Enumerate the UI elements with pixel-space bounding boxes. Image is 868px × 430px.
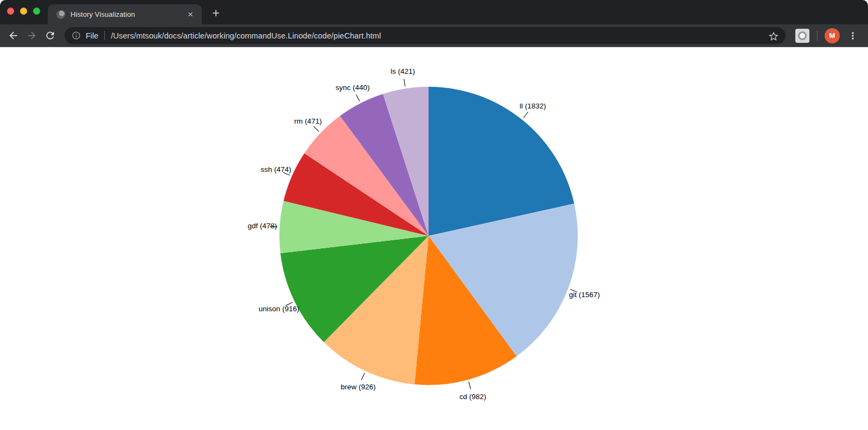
pie-slice-label-rm: rm (471) <box>294 117 322 125</box>
pie-slice-label-cd: cd (982) <box>459 393 487 401</box>
tab-close-icon[interactable]: × <box>186 10 195 20</box>
tab-title: History Visualization <box>71 10 186 18</box>
url-text[interactable]: /Users/mtsouk/docs/article/working/comma… <box>111 31 766 40</box>
back-button[interactable] <box>4 27 22 45</box>
browser-toolbar: File /Users/mtsouk/docs/article/working/… <box>0 24 868 47</box>
kebab-menu-icon <box>847 30 858 41</box>
pie-slice-label-brew: brew (926) <box>341 383 376 391</box>
reload-icon <box>44 30 56 41</box>
browser-menu-button[interactable] <box>845 28 860 43</box>
pie-chart: ll (1832)git (1567)cd (982)brew (926)uni… <box>0 47 868 430</box>
pie-label-tick <box>356 94 359 101</box>
pie-slice-label-git: git (1567) <box>569 291 600 299</box>
pie-label-tick <box>314 126 319 132</box>
url-separator <box>104 31 105 40</box>
pie-label-tick <box>524 112 528 118</box>
forward-arrow-icon <box>26 30 37 41</box>
pie-slice-label-ls: ls (421) <box>391 67 415 75</box>
new-tab-button[interactable]: + <box>208 6 224 21</box>
pie-slice-label-unison: unison (916) <box>259 305 299 313</box>
macos-minimize-button[interactable] <box>20 8 27 15</box>
pie-slice-label-ssh: ssh (474) <box>261 165 291 174</box>
url-scheme-label: File <box>86 31 98 40</box>
pie-slice-label-ll: ll (1832) <box>520 102 546 110</box>
toolbar-separator <box>817 30 818 41</box>
extension-button[interactable] <box>795 29 809 43</box>
pie-slice-label-sync: sync (440) <box>335 84 369 92</box>
star-icon <box>768 30 779 41</box>
pie-label-tick <box>404 79 405 87</box>
pie-slice-label-gdf: gdf (478) <box>248 222 277 230</box>
tab-favicon-icon <box>56 10 65 19</box>
tab-strip: History Visualization × + <box>0 0 868 24</box>
page-content: ll (1832)git (1567)cd (982)brew (926)uni… <box>0 47 868 430</box>
reload-button[interactable] <box>41 27 59 45</box>
forward-button[interactable] <box>22 27 41 45</box>
bookmark-button[interactable] <box>766 28 781 43</box>
profile-avatar[interactable]: M <box>825 28 840 43</box>
address-bar[interactable]: File /Users/mtsouk/docs/article/working/… <box>65 27 786 44</box>
pie-label-tick <box>469 382 471 389</box>
extension-logo-icon <box>798 31 807 40</box>
macos-zoom-button[interactable] <box>33 8 40 15</box>
macos-close-button[interactable] <box>7 8 14 15</box>
back-arrow-icon <box>8 30 19 41</box>
page-info-icon[interactable] <box>72 31 81 40</box>
browser-tab[interactable]: History Visualization × <box>48 4 202 24</box>
pie-label-tick <box>361 373 365 380</box>
